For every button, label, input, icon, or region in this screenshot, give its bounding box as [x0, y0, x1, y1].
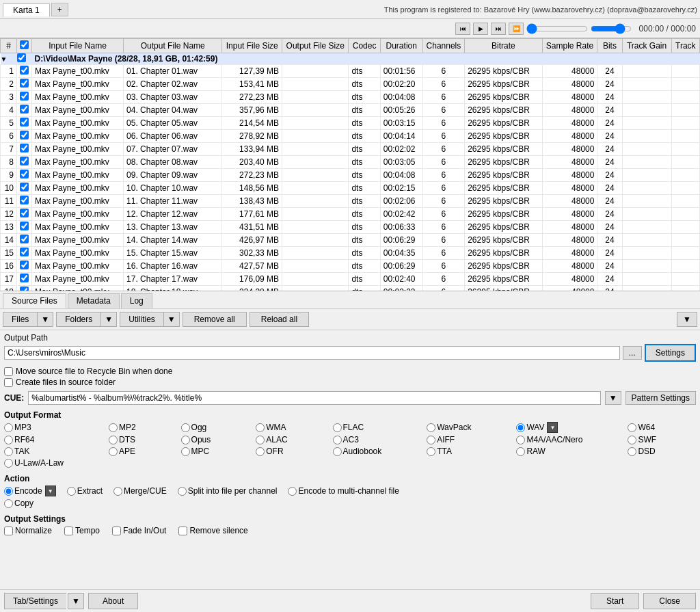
radio-ulaw[interactable]: U-Law/A-Law	[4, 458, 103, 468]
table-row[interactable]: 12 Max Payne_t00.mkv 12. Chapter 12.wav …	[1, 208, 700, 221]
tab-log[interactable]: Log	[121, 293, 152, 308]
radio-dsd[interactable]: DSD	[628, 447, 696, 456]
table-row[interactable]: 1 Max Payne_t00.mkv 01. Chapter 01.wav 1…	[1, 65, 700, 78]
action-encode-multi[interactable]: Encode to multi-channel file	[288, 486, 399, 496]
radio-wav[interactable]: WAV ▼	[516, 422, 622, 433]
group-checkbox[interactable]	[17, 53, 26, 62]
col-input-size: Input File Size	[222, 39, 282, 53]
radio-flac[interactable]: FLAC	[333, 423, 422, 432]
pattern-settings-button[interactable]: Pattern Settings	[625, 391, 696, 405]
files-arrow[interactable]: ▼	[37, 312, 53, 327]
col-channels: Channels	[422, 39, 465, 53]
radio-mpc[interactable]: MPC	[181, 447, 251, 456]
transport-end-btn[interactable]: ⏩	[509, 23, 524, 35]
remove-silence-checkbox[interactable]: Remove silence	[178, 526, 247, 535]
transport-play-btn[interactable]: ▶	[473, 23, 488, 35]
output-settings-title: Output Settings	[4, 514, 696, 524]
table-row[interactable]: 17 Max Payne_t00.mkv 17. Chapter 17.wav …	[1, 273, 700, 286]
tab-metadata[interactable]: Metadata	[68, 293, 120, 308]
utilities-arrow[interactable]: ▼	[163, 312, 180, 327]
radio-aiff[interactable]: AIFF	[427, 435, 511, 444]
files-button[interactable]: Files	[3, 312, 37, 327]
table-row[interactable]: 8 Max Payne_t00.mkv 08. Chapter 08.wav 2…	[1, 156, 700, 169]
radio-ape[interactable]: APE	[109, 447, 176, 456]
table-row[interactable]: 2 Max Payne_t00.mkv 02. Chapter 02.wav 1…	[1, 78, 700, 91]
table-row[interactable]: 5 Max Payne_t00.mkv 05. Chapter 05.wav 2…	[1, 117, 700, 130]
radio-audiobook[interactable]: Audiobook	[333, 447, 422, 456]
folders-arrow[interactable]: ▼	[100, 312, 117, 327]
radio-swf[interactable]: SWF	[628, 435, 696, 444]
table-row[interactable]: 18 Max Payne_t00.mkv 18. Chapter 18.wav …	[1, 286, 700, 291]
normalize-checkbox[interactable]: Normalize	[4, 526, 52, 535]
radio-ac3[interactable]: AC3	[333, 435, 422, 444]
radio-raw[interactable]: RAW	[516, 447, 622, 456]
tab-add[interactable]: +	[51, 3, 68, 16]
radio-ofr[interactable]: OFR	[256, 447, 327, 456]
toolbar-expand-button[interactable]: ▼	[677, 312, 697, 327]
table-row[interactable]: 16 Max Payne_t00.mkv 16. Chapter 16.wav …	[1, 260, 700, 273]
table-row[interactable]: 11 Max Payne_t00.mkv 11. Chapter 11.wav …	[1, 195, 700, 208]
move-source-checkbox-label[interactable]: Move source file to Recycle Bin when don…	[4, 367, 696, 376]
radio-alac[interactable]: ALAC	[256, 435, 327, 444]
radio-ogg[interactable]: Ogg	[181, 423, 251, 432]
radio-tta[interactable]: TTA	[427, 447, 511, 456]
tab-settings-arrow[interactable]: ▼	[68, 593, 84, 609]
about-button[interactable]: About	[88, 593, 138, 609]
transport-seek-slider[interactable]	[526, 24, 588, 34]
tab-karta1[interactable]: Karta 1	[3, 3, 50, 17]
settings-button[interactable]: Settings	[645, 344, 696, 362]
radio-dts[interactable]: DTS	[109, 435, 176, 444]
radio-wma[interactable]: WMA	[256, 423, 327, 432]
radio-m4a[interactable]: M4A/AAC/Nero	[516, 435, 622, 444]
output-browse-button[interactable]: ...	[623, 346, 642, 360]
table-row[interactable]: 14 Max Payne_t00.mkv 14. Chapter 14.wav …	[1, 234, 700, 247]
radio-w64[interactable]: W64	[628, 423, 696, 432]
radio-mp2[interactable]: MP2	[109, 423, 176, 432]
registration-text: This program is registered to: Bazarové …	[384, 5, 697, 14]
reload-all-button[interactable]: Reload all	[250, 312, 309, 327]
cue-input[interactable]	[28, 391, 600, 405]
file-table-scroll[interactable]: # Input File Name Output File Name Input…	[0, 38, 700, 291]
cue-dropdown-btn[interactable]: ▼	[605, 391, 621, 405]
action-merge[interactable]: Merge/CUE	[113, 486, 167, 496]
radio-mp3[interactable]: MP3	[4, 423, 103, 432]
utilities-button[interactable]: Utilities	[120, 312, 163, 327]
table-row[interactable]: 4 Max Payne_t00.mkv 04. Chapter 04.wav 3…	[1, 104, 700, 117]
col-samplerate: Sample Rate	[542, 39, 597, 53]
action-extract[interactable]: Extract	[67, 486, 103, 496]
create-files-checkbox-label[interactable]: Create files in source folder	[4, 377, 696, 387]
group-row: ▼ D:\Video\Max Payne (28/28, 18,91 GB, 0…	[1, 53, 700, 65]
folders-button[interactable]: Folders	[56, 312, 100, 327]
transport-start-btn[interactable]: ⏭	[491, 23, 506, 35]
tab-settings-button[interactable]: Tab/Settings	[4, 593, 66, 609]
table-row[interactable]: 6 Max Payne_t00.mkv 06. Chapter 06.wav 2…	[1, 130, 700, 143]
output-path-input[interactable]	[4, 346, 620, 360]
transport-prev-btn[interactable]: ⏮	[455, 23, 470, 35]
encode-settings-icon[interactable]: ▼	[45, 485, 56, 496]
action-split[interactable]: Split into file per channel	[178, 486, 278, 496]
table-row[interactable]: 10 Max Payne_t00.mkv 10. Chapter 10.wav …	[1, 182, 700, 195]
start-button[interactable]: Start	[591, 593, 639, 609]
tempo-checkbox[interactable]: Tempo	[64, 526, 100, 535]
table-row[interactable]: 7 Max Payne_t00.mkv 07. Chapter 07.wav 1…	[1, 143, 700, 156]
create-files-checkbox[interactable]	[4, 378, 13, 387]
col-checkbox-header[interactable]	[17, 39, 32, 53]
transport-volume-slider[interactable]	[591, 24, 632, 34]
action-encode[interactable]: Encode ▼	[4, 485, 56, 496]
move-source-checkbox[interactable]	[4, 367, 13, 376]
table-row[interactable]: 15 Max Payne_t00.mkv 15. Chapter 15.wav …	[1, 247, 700, 260]
table-row[interactable]: 3 Max Payne_t00.mkv 03. Chapter 03.wav 2…	[1, 91, 700, 104]
action-copy[interactable]: Copy	[4, 498, 696, 508]
remove-all-button[interactable]: Remove all	[183, 312, 247, 327]
fadeinout-checkbox[interactable]: Fade In/Out	[112, 526, 166, 535]
close-button[interactable]: Close	[643, 593, 696, 609]
radio-rf64[interactable]: RF64	[4, 435, 103, 444]
radio-opus[interactable]: Opus	[181, 435, 251, 444]
radio-wavpack[interactable]: WavPack	[427, 423, 511, 432]
wav-settings-icon[interactable]: ▼	[547, 422, 558, 433]
tab-source-files[interactable]: Source Files	[3, 293, 66, 308]
table-row[interactable]: 9 Max Payne_t00.mkv 09. Chapter 09.wav 2…	[1, 169, 700, 182]
select-all-checkbox[interactable]	[20, 40, 29, 49]
radio-tak[interactable]: TAK	[4, 447, 103, 456]
table-row[interactable]: 13 Max Payne_t00.mkv 13. Chapter 13.wav …	[1, 221, 700, 234]
